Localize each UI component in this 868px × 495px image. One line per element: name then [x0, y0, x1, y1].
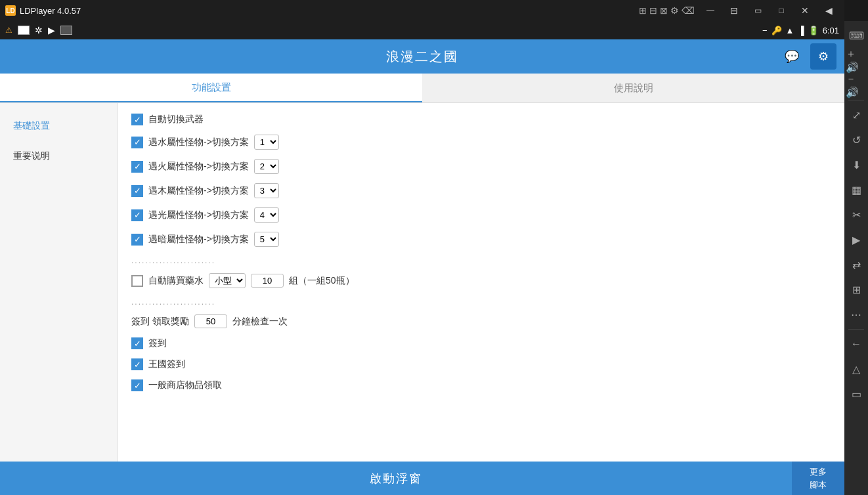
- dark-scheme-select[interactable]: 12345: [254, 232, 279, 247]
- launch-button[interactable]: 啟動浮窗: [0, 462, 792, 495]
- water-scheme-select[interactable]: 12345: [254, 135, 279, 150]
- auto-switch-weapon-label: 自動切換武器: [148, 114, 204, 125]
- auto-switch-weapon-checkbox[interactable]: ✓: [131, 114, 143, 125]
- light-element-label: 遇光屬性怪物->切換方案: [148, 209, 249, 221]
- grid-icon[interactable]: ▦: [846, 178, 867, 202]
- checkin-checkbox[interactable]: ✓: [131, 337, 143, 349]
- kingdom-checkin-label: 王國簽到: [148, 358, 185, 370]
- home-icon[interactable]: △: [846, 357, 867, 381]
- divider-2: ........................: [131, 297, 831, 307]
- kingdom-checkin-row: ✓ 王國簽到: [131, 358, 831, 370]
- multi-icon[interactable]: ⊞: [846, 278, 867, 301]
- statusbar: ⚠ ✲ ▶ − 🔑 ▲ ▐ 🔋 6:01: [0, 21, 844, 39]
- divider-1: ........................: [131, 256, 831, 265]
- dark-element-row: ✓ 遇暗屬性怪物->切換方案 12345: [131, 232, 831, 247]
- appbar: 浪漫二之國 💬 ⚙: [0, 39, 844, 74]
- sidebar-item-basic-settings[interactable]: 基礎設置: [0, 114, 118, 139]
- more-scripts-button[interactable]: 更多 腳本: [792, 462, 844, 495]
- water-element-row: ✓ 遇水屬性怪物->切換方案 12345: [131, 135, 831, 150]
- wood-element-label: 遇木屬性怪物->切換方案: [148, 185, 249, 197]
- water-element-label: 遇水屬性怪物->切換方案: [148, 137, 249, 148]
- fire-scheme-select[interactable]: 12345: [254, 159, 279, 174]
- dark-element-checkbox[interactable]: ✓: [131, 234, 143, 246]
- restore-button[interactable]: ▭: [747, 0, 768, 21]
- time-display: 6:01: [823, 26, 839, 35]
- content-area: ✓ 自動切換武器 ✓ 遇水屬性怪物->切換方案 12345 ✓ 遇火屬性怪物->…: [118, 103, 844, 462]
- sidebar-item-important-notes[interactable]: 重要说明: [0, 144, 118, 169]
- titlebar-settings-button[interactable]: ⊟: [724, 0, 745, 21]
- battery-icon: 🔋: [808, 26, 819, 35]
- appbar-settings-button[interactable]: ⚙: [810, 43, 836, 70]
- status-a-icon: [60, 26, 72, 35]
- tab-instructions[interactable]: 使用說明: [422, 74, 844, 102]
- wifi-icon: ▲: [786, 26, 794, 35]
- light-scheme-select[interactable]: 12345: [254, 207, 279, 223]
- rotate-icon[interactable]: ↺: [846, 128, 867, 152]
- fire-element-label: 遇火屬性怪物->切換方案: [148, 161, 249, 173]
- wood-scheme-select[interactable]: 12345: [254, 183, 279, 198]
- bluetooth-icon: ✲: [35, 25, 43, 35]
- checkin-interval-input[interactable]: [194, 314, 227, 328]
- buy-potion-label: 自動購買藥水: [148, 275, 204, 287]
- potion-type-select[interactable]: 小型中型大型: [209, 273, 246, 288]
- resize-icon[interactable]: ⤢: [846, 103, 867, 127]
- shop-pickup-row: ✓ 一般商店物品領取: [131, 379, 831, 391]
- key-icon: 🔑: [771, 26, 782, 35]
- tab-functions[interactable]: 功能設置: [0, 74, 422, 102]
- install-icon[interactable]: ⬇: [846, 153, 867, 177]
- shop-pickup-checkbox[interactable]: ✓: [131, 379, 143, 391]
- volume-up-icon[interactable]: ＋🔊: [846, 49, 867, 72]
- potion-unit-label: 組（一組50瓶）: [289, 275, 355, 287]
- warning-icon: ⚠: [5, 26, 12, 35]
- keyboard-icon[interactable]: ⌨: [846, 24, 867, 47]
- back-icon[interactable]: ←: [846, 332, 867, 356]
- sidebar: 基礎設置 重要说明: [0, 103, 118, 462]
- wood-element-row: ✓ 遇木屬性怪物->切換方案 12345: [131, 183, 831, 198]
- water-element-checkbox[interactable]: ✓: [131, 137, 143, 148]
- dark-element-label: 遇暗屬性怪物->切換方案: [148, 234, 249, 246]
- main-area: 基礎設置 重要说明 ✓ 自動切換武器 ✓ 遇水屬性怪物->切換方案 12345: [0, 103, 844, 462]
- more-label: 更多: [810, 466, 827, 478]
- prev-button[interactable]: ◀: [818, 0, 839, 21]
- bottombar: 啟動浮窗 更多 腳本: [0, 462, 844, 495]
- cut-icon[interactable]: ✂: [846, 203, 867, 226]
- light-element-checkbox[interactable]: ✓: [131, 209, 143, 221]
- light-element-row: ✓ 遇光屬性怪物->切換方案 12345: [131, 207, 831, 223]
- status-square: [18, 26, 30, 35]
- signal-icon: ▐: [798, 26, 804, 35]
- checkin-label: 簽到: [148, 337, 167, 349]
- checkin-interval-unit: 分鐘檢查一次: [232, 316, 288, 328]
- auto-switch-weapon-row: ✓ 自動切換武器: [131, 114, 831, 125]
- transfer-icon[interactable]: ⇄: [846, 253, 867, 276]
- checkin-row: ✓ 簽到: [131, 337, 831, 349]
- titlebar: LD LDPlayer 4.0.57 ⊞ ⊟ ⊠ ⚙ ⌫ — ⊟ ▭ □ ✕: [0, 0, 844, 21]
- wood-element-checkbox[interactable]: ✓: [131, 185, 143, 197]
- scripts-label: 腳本: [810, 479, 827, 491]
- play-icon[interactable]: ▶: [846, 228, 867, 251]
- more-icon[interactable]: ⋯: [846, 303, 867, 326]
- kingdom-checkin-checkbox[interactable]: ✓: [131, 358, 143, 370]
- fire-element-checkbox[interactable]: ✓: [131, 161, 143, 173]
- checkin-interval-label: 簽到 領取獎勵: [131, 316, 189, 328]
- buy-potion-checkbox[interactable]: [131, 275, 143, 287]
- statusbar-right: − 🔑 ▲ ▐ 🔋 6:01: [762, 26, 839, 35]
- app-logo: LD: [5, 5, 16, 16]
- shop-pickup-label: 一般商店物品領取: [148, 379, 222, 391]
- checkin-interval-row: 簽到 領取獎勵 分鐘檢查一次: [131, 314, 831, 328]
- minimize-button[interactable]: —: [700, 0, 721, 21]
- chat-button[interactable]: 💬: [779, 43, 805, 70]
- appbar-title: 浪漫二之國: [386, 48, 458, 66]
- tabs: 功能設置 使用說明: [0, 74, 844, 103]
- play-status-icon: ▶: [48, 25, 55, 35]
- maximize-button[interactable]: □: [771, 0, 792, 21]
- right-toolbar: ⌨ ＋🔊 －🔊 ⤢ ↺ ⬇ ▦ ✂ ▶ ⇄ ⊞ ⋯ ← △ ▭: [844, 21, 868, 495]
- potion-amount-input[interactable]: [251, 274, 284, 288]
- fire-element-row: ✓ 遇火屬性怪物->切換方案 12345: [131, 159, 831, 174]
- titlebar-title: LDPlayer 4.0.57: [20, 6, 81, 16]
- close-button[interactable]: ✕: [794, 0, 815, 21]
- minus-status-icon: −: [762, 26, 768, 35]
- buy-potion-row: 自動購買藥水 小型中型大型 組（一組50瓶）: [131, 273, 831, 288]
- recents-icon[interactable]: ▭: [846, 382, 867, 406]
- volume-down-icon[interactable]: －🔊: [846, 74, 867, 97]
